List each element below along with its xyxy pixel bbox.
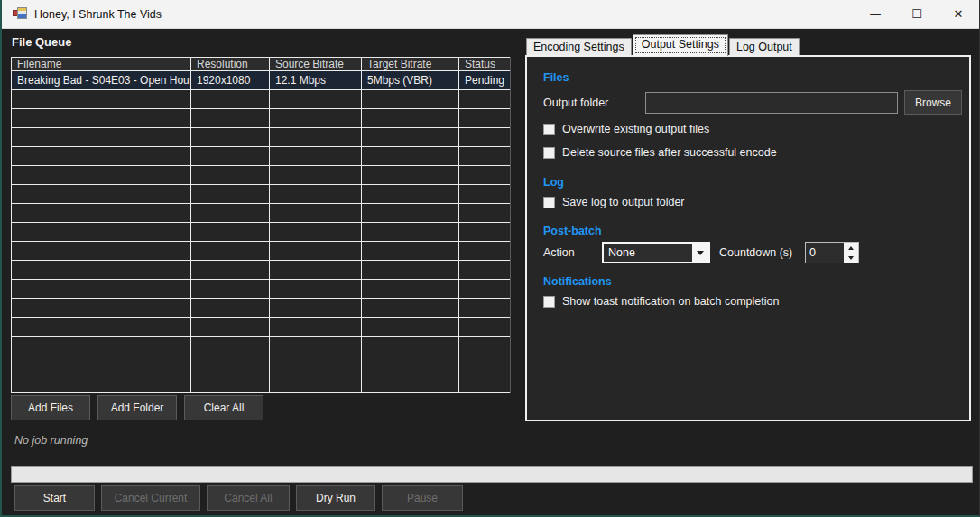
clear-all-button[interactable]: Clear All [184,395,263,420]
table-row[interactable] [12,147,510,166]
table-row[interactable] [12,185,510,204]
tabstrip: Encoding Settings Output Settings Log Ou… [526,36,800,56]
status-text: No job running [14,434,88,447]
table-row[interactable] [12,242,510,261]
progress-bar [11,466,973,483]
stepper-value: 0 [806,243,844,263]
cell-filename: Breaking Bad - S04E03 - Open Hou... [12,71,191,89]
tab-output-settings[interactable]: Output Settings [633,34,728,56]
table-row[interactable] [12,166,510,185]
checkbox-label: Show toast notification on batch complet… [562,295,779,308]
delete-source-checkbox[interactable]: Delete source files after successful enc… [543,146,777,159]
table-row[interactable] [12,204,510,223]
action-combobox[interactable]: None [602,242,710,263]
chevron-down-icon[interactable] [692,244,708,262]
column-header-resolution[interactable]: Resolution [191,58,270,70]
table-row[interactable] [12,318,510,337]
files-section-heading: Files [543,71,569,84]
app-icon [13,7,27,22]
stepper-up-icon[interactable] [844,243,858,253]
cell-target-bitrate: 5Mbps (VBR) [362,71,459,89]
output-folder-input[interactable] [645,92,898,114]
tab-log-output[interactable]: Log Output [729,38,800,56]
grid-vertical-scrollbar[interactable] [510,57,511,393]
column-header-filename[interactable]: Filename [12,58,191,70]
column-header-target-bitrate[interactable]: Target Bitrate [362,58,459,70]
table-row[interactable]: Breaking Bad - S04E03 - Open Hou... 1920… [12,71,510,90]
pause-button[interactable]: Pause [382,485,463,511]
table-row[interactable] [12,223,510,242]
maximize-button[interactable]: ☐ [896,0,938,28]
notifications-section-heading: Notifications [543,275,612,288]
table-row[interactable] [12,337,510,355]
table-row[interactable] [12,90,510,109]
table-row[interactable] [12,128,510,147]
file-queue-heading: File Queue [12,35,71,49]
combobox-selected-value: None [604,246,692,259]
cell-status: Pending [459,71,510,89]
stepper-down-icon[interactable] [844,253,858,263]
queue-empty-rows [12,90,510,393]
cell-resolution: 1920x1080 [191,71,270,89]
toast-notification-checkbox[interactable]: Show toast notification on batch complet… [543,295,779,308]
log-section-heading: Log [543,176,564,189]
post-batch-section-heading: Post-batch [543,225,602,237]
table-row[interactable] [12,299,510,318]
browse-button[interactable]: Browse [904,90,962,115]
overwrite-existing-checkbox[interactable]: Overwrite existing output files [543,123,709,135]
table-row[interactable] [12,355,510,374]
add-folder-button[interactable]: Add Folder [97,395,177,420]
checkbox-label: Overwrite existing output files [562,123,709,135]
countdown-label: Countdown (s) [719,246,792,259]
close-button[interactable]: ✕ [938,0,979,28]
column-header-status[interactable]: Status [459,58,510,70]
countdown-stepper[interactable]: 0 [805,242,859,263]
window-title: Honey, I Shrunk The Vids [34,8,162,21]
checkbox-label: Save log to output folder [562,196,685,208]
checkbox-label: Delete source files after successful enc… [562,146,777,159]
table-row[interactable] [12,374,510,393]
file-queue-grid: Filename Resolution Source Bitrate Targe… [11,57,504,393]
cancel-current-button[interactable]: Cancel Current [101,485,200,511]
start-button[interactable]: Start [14,485,95,511]
titlebar: Honey, I Shrunk The Vids — ☐ ✕ [2,0,979,29]
grid-header-row: Filename Resolution Source Bitrate Targe… [12,58,510,71]
checkbox-box[interactable] [543,124,555,135]
checkbox-box[interactable] [543,147,555,159]
cell-source-bitrate: 12.1 Mbps [270,71,362,89]
checkbox-box[interactable] [543,296,555,308]
action-label: Action [543,246,575,259]
tab-encoding-settings[interactable]: Encoding Settings [526,38,632,56]
table-row[interactable] [12,280,510,299]
minimize-button[interactable]: — [855,0,896,28]
save-log-checkbox[interactable]: Save log to output folder [543,196,685,208]
cancel-all-button[interactable]: Cancel All [207,485,290,511]
checkbox-box[interactable] [543,197,555,208]
table-row[interactable] [12,261,510,280]
dry-run-button[interactable]: Dry Run [296,485,375,511]
table-row[interactable] [12,109,510,128]
add-files-button[interactable]: Add Files [11,395,90,420]
output-settings-panel: Files Output folder Browse Overwrite exi… [525,55,971,421]
column-header-source-bitrate[interactable]: Source Bitrate [270,58,362,70]
output-folder-label: Output folder [543,97,608,109]
app-window: Honey, I Shrunk The Vids — ☐ ✕ File Queu… [0,0,980,517]
